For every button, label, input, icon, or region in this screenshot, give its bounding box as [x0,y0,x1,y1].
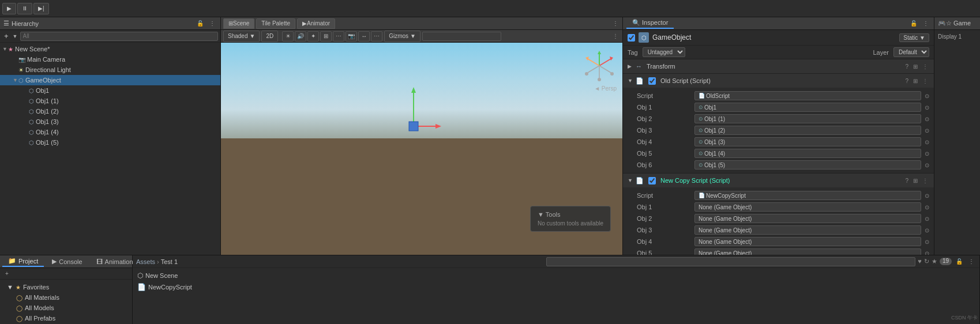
hierarchy-item-obj1[interactable]: ⬡ Obj1 [0,85,220,96]
transform-header[interactable]: ▶ ↔ Transform ? ⊞ ⋮ [623,59,934,73]
obj4-select-icon[interactable]: ⊙ [925,139,929,145]
old-script-obj1-row: Obj 1 ⊙ Obj1 ⊙ [623,101,934,113]
hierarchy-menu-icon[interactable]: ⋮ [208,20,217,27]
new-copy-script-active-checkbox[interactable] [648,177,656,184]
pause-button[interactable]: ⏸ [17,3,32,14]
new-copy-obj4-field[interactable]: None (Game Object) [694,237,921,246]
grid-toggle1[interactable]: ⊞ [320,31,332,42]
old-script-obj2-field[interactable]: ⊙ Obj1 (1) [694,114,921,123]
obj3-select-icon[interactable]: ⊙ [925,127,929,134]
animator-tab[interactable]: ▶ Animator [297,18,335,29]
gizmos-button[interactable]: Gizmos ▼ [384,31,420,42]
project-tab[interactable]: 📁 Project [2,256,44,267]
new-copy-obj3-field[interactable]: None (Game Object) [694,225,921,235]
assets-star-icon[interactable]: ★ [932,258,937,265]
hierarchy-item-gameobject[interactable]: ▼ ⬡ GameObject [0,75,220,85]
audio-toggle[interactable]: 🔊 [295,31,306,42]
hierarchy-item-obj1-4[interactable]: ⬡ Obj1 (4) [0,127,220,137]
old-script-layout-icon[interactable]: ⊞ [912,77,919,85]
hierarchy-item-main-camera[interactable]: 📷 Main Camera [0,54,220,65]
old-script-obj5-field[interactable]: ⊙ Obj1 (4) [694,149,921,158]
tag-select[interactable]: Untagged [643,47,685,57]
old-script-help-icon[interactable]: ? [904,77,910,85]
step-button[interactable]: ▶| [33,3,49,14]
hierarchy-item-obj1-3[interactable]: ⬡ Obj1 (3) [0,116,220,127]
new-copy-obj3-select-icon[interactable]: ⊙ [925,227,929,233]
scene-menu-icon[interactable]: ⋮ [611,20,620,27]
fx-toggle[interactable]: ✦ [307,31,319,42]
static-dropdown[interactable]: Static ▼ [899,33,929,42]
assets-search-input[interactable] [546,257,916,266]
inspector-tab[interactable]: 🔍 Inspector [626,18,674,29]
old-script-menu-icon[interactable]: ⋮ [921,77,929,85]
hierarchy-item-obj1-2[interactable]: ⬡ Obj1 (2) [0,106,220,116]
new-copy-obj1-select-icon[interactable]: ⊙ [925,204,929,210]
hierarchy-add-arrow[interactable]: ▼ [13,33,18,39]
assets-panel-lock-icon[interactable]: 🔓 [954,258,964,265]
new-copy-script-script-field[interactable]: 📄 NewCopyScript [694,191,921,200]
play-button[interactable]: ▶ [2,3,16,14]
new-copy-script-layout-icon[interactable]: ⊞ [912,177,919,184]
obj2-select-icon[interactable]: ⊙ [925,116,929,122]
move-toggle[interactable]: ↔ [358,31,370,42]
hierarchy-item-directional-light[interactable]: ☀ Directional Light [0,65,220,75]
new-copy-obj2-field[interactable]: None (Game Object) [694,214,921,223]
hierarchy-add-button[interactable]: + [2,32,10,40]
favorites-item[interactable]: ▼ ★ Favorites [5,282,127,292]
tilepalette-tab[interactable]: Tile Palette [256,18,295,29]
new-copy-script-select-icon[interactable]: ⊙ [925,193,929,199]
all-materials-item[interactable]: ◯ All Materials [5,292,127,303]
inspector-lock-icon[interactable]: 🔓 [908,20,919,27]
layer-select[interactable]: Default [893,47,929,57]
old-script-obj6-field[interactable]: ⊙ Obj1 (5) [694,160,921,169]
light-toggle[interactable]: ☀ [282,31,294,42]
old-script-select-icon[interactable]: ⊙ [925,93,929,99]
old-script-header[interactable]: ▼ 📄 Old Script (Script) ? ⊞ ⋮ [623,74,934,88]
hierarchy-item-obj1-1[interactable]: ⬡ Obj1 (1) [0,96,220,106]
new-copy-obj4-select-icon[interactable]: ⊙ [925,239,929,245]
grid-toggle2[interactable]: ⋯ [333,31,344,42]
hierarchy-search-input[interactable] [20,32,218,41]
breadcrumb-assets[interactable]: Assets [136,258,155,265]
assets-fav-icon[interactable]: ♥ [918,258,922,265]
old-script-obj3-field[interactable]: ⊙ Obj1 (2) [694,126,921,135]
old-script-obj1-field[interactable]: ⊙ Obj1 [694,103,921,112]
new-copy-script-header[interactable]: ▼ 📄 New Copy Script (Script) ? ⊞ ⋮ [623,174,934,187]
extra-toggle[interactable]: ⋯ [371,31,382,42]
gameobject-active-checkbox[interactable] [628,34,635,42]
obj5-select-icon[interactable]: ⊙ [925,150,929,157]
asset-item-new-copy-script[interactable]: 📄 NewCopyScript [137,282,975,292]
transform-layout-icon[interactable]: ⊞ [912,63,919,70]
assets-panel-menu-icon[interactable]: ⋮ [967,258,976,265]
animation-tab[interactable]: 🎞 Animation [91,257,139,266]
all-prefabs-item[interactable]: ◯ All Prefabs [5,313,127,323]
shading-dropdown[interactable]: Shaded ▼ [223,31,260,42]
2d-button[interactable]: 2D [261,31,278,42]
scene-search-input[interactable] [422,32,501,41]
hierarchy-item-obj1-5[interactable]: ⬡ Obj1 (5) [0,137,220,148]
old-script-active-checkbox[interactable] [648,77,656,85]
scene-options-icon[interactable]: ⋮ [611,32,620,40]
hierarchy-lock-icon[interactable]: 🔓 [195,20,205,27]
new-copy-obj5-field[interactable]: None (Game Object) [694,248,921,255]
project-add-button[interactable]: + [3,270,10,277]
new-copy-obj2-select-icon[interactable]: ⊙ [925,216,929,222]
new-copy-obj1-field[interactable]: None (Game Object) [694,202,921,212]
all-models-item[interactable]: ◯ All Models [5,303,127,313]
transform-menu-icon[interactable]: ⋮ [921,63,929,70]
new-copy-obj5-select-icon[interactable]: ⊙ [925,250,929,255]
camera-toggle[interactable]: 📷 [346,31,357,42]
old-script-obj4-field[interactable]: ⊙ Obj1 (3) [694,137,921,146]
scene-tab[interactable]: ⊞ Scene [223,18,254,29]
console-tab[interactable]: ▶ Console [46,257,88,266]
hierarchy-item-new-scene[interactable]: ▼ ★ New Scene* [0,44,220,54]
asset-item-new-scene[interactable]: ⬡ New Scene [137,270,975,281]
obj6-select-icon[interactable]: ⊙ [925,162,929,168]
inspector-menu-icon[interactable]: ⋮ [921,20,930,27]
new-copy-script-help-icon[interactable]: ? [904,177,910,184]
obj1-select-icon[interactable]: ⊙ [925,104,929,111]
transform-help-icon[interactable]: ? [904,63,910,70]
assets-refresh-icon[interactable]: ↻ [924,258,929,265]
new-copy-script-menu-icon[interactable]: ⋮ [921,177,929,184]
old-script-script-field[interactable]: 📄 OldScript [694,91,921,100]
